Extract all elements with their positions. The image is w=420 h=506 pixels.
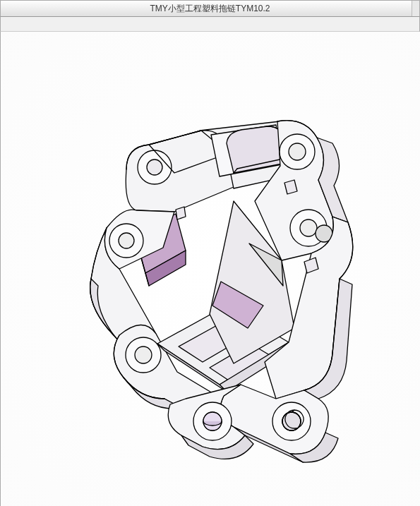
svg-point-25 — [147, 159, 162, 175]
title-bar: TMY小型工程塑料拖链TYM10.2 — [0, 0, 420, 17]
svg-point-29 — [300, 219, 317, 236]
svg-point-27 — [289, 143, 306, 160]
graphics-viewport[interactable] — [0, 32, 420, 506]
svg-point-34 — [135, 347, 152, 363]
svg-point-32 — [119, 233, 134, 248]
menu-strip — [0, 17, 420, 32]
window-title: TMY小型工程塑料拖链TYM10.2 — [150, 4, 270, 13]
model-canvas[interactable] — [1, 32, 419, 506]
title-bar-edge — [412, 1, 419, 16]
model-render — [1, 32, 420, 506]
